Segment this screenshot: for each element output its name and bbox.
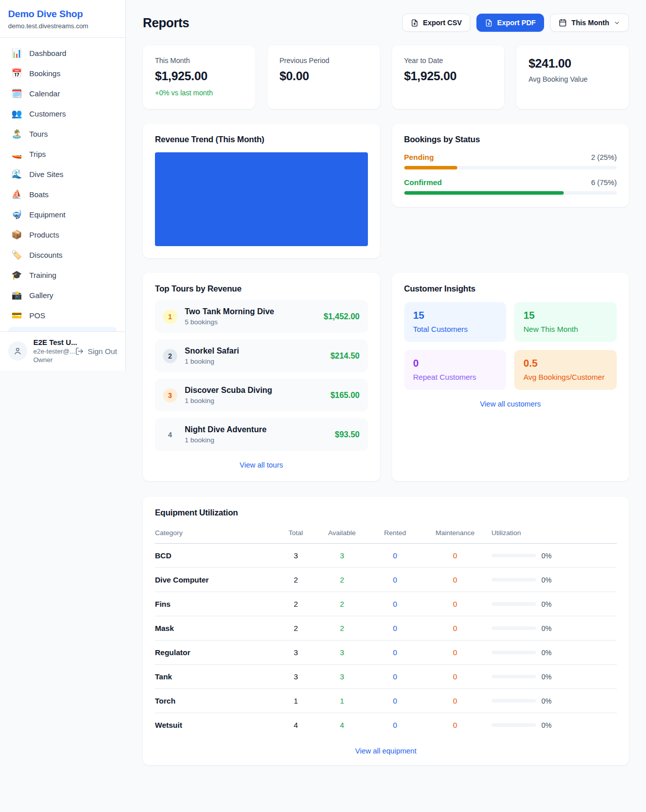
utilization-pct: 0% xyxy=(542,624,552,632)
stat-value: $0.00 xyxy=(280,69,368,83)
calendar-icon xyxy=(559,19,567,27)
cell-total: 1 xyxy=(275,689,316,713)
sidebar-item-pos[interactable]: 💳 POS xyxy=(4,307,121,324)
brand-name[interactable]: Demo Dive Shop xyxy=(8,9,117,20)
sidebar-item-label: Dashboard xyxy=(29,49,66,57)
page-title: Reports xyxy=(143,16,189,30)
top-tours-card: Top Tours by Revenue 1 Two Tank Morning … xyxy=(143,273,380,481)
progress-fill-confirmed xyxy=(404,191,564,195)
tour-row: 1 Two Tank Morning Dive 5 bookings $1,45… xyxy=(155,300,368,333)
user-email: e2e-tester@... xyxy=(33,347,69,355)
view-all-customers-link[interactable]: View all customers xyxy=(404,400,617,408)
cell-maintenance: 0 xyxy=(423,713,488,737)
sidebar-item-trips[interactable]: 🚤 Trips xyxy=(4,145,121,163)
sidebar-item-gallery[interactable]: 📸 Gallery xyxy=(4,286,121,304)
export-csv-label: Export CSV xyxy=(423,19,462,27)
period-dropdown[interactable]: This Month xyxy=(550,14,629,32)
tour-bookings: 1 booking xyxy=(185,436,328,444)
tile-label: Avg Bookings/Customer xyxy=(523,373,608,381)
sidebar-item-bookings[interactable]: 📅 Bookings xyxy=(4,65,121,82)
column-header-available: Available xyxy=(316,524,367,544)
sidebar-item-dive-sites[interactable]: 🌊 Dive Sites xyxy=(4,165,121,183)
bookings-by-status-card: Bookings by Status Pending 2 (25%) Confi… xyxy=(392,124,629,207)
cell-rented: 0 xyxy=(367,568,423,592)
brand: Demo Dive Shop demo.test.divestreams.com xyxy=(0,0,125,38)
sidebar-item-tours[interactable]: 🏝️ Tours xyxy=(4,125,121,143)
sidebar-item-discounts[interactable]: 🏷️ Discounts xyxy=(4,246,121,264)
user-meta: E2E Test U... e2e-tester@... Owner xyxy=(33,338,69,364)
sidebar-item-label: Equipment xyxy=(29,210,66,219)
cell-total: 3 xyxy=(275,665,316,689)
cell-available: 3 xyxy=(316,665,367,689)
revenue-trend-card: Revenue Trend (This Month) xyxy=(143,124,380,258)
cell-total: 2 xyxy=(275,568,316,592)
view-all-tours-link[interactable]: View all tours xyxy=(155,461,368,469)
column-header-rented: Rented xyxy=(367,524,423,544)
sidebar-item-label: Products xyxy=(29,230,59,239)
equipment-utilization-title: Equipment Utilization xyxy=(155,508,617,517)
cell-maintenance: 0 xyxy=(423,544,488,568)
table-row: Mask 2 2 0 0 0% xyxy=(155,616,617,641)
sidebar-item-label: Trips xyxy=(29,150,46,158)
sidebar-item-label: POS xyxy=(29,311,45,320)
cell-category: Wetsuit xyxy=(155,713,275,737)
tour-bookings: 5 bookings xyxy=(185,318,316,326)
progress-track xyxy=(404,166,617,169)
status-label-pending: Pending xyxy=(404,153,434,161)
sidebar-item-boats[interactable]: ⛵ Boats xyxy=(4,186,121,203)
tour-revenue: $93.50 xyxy=(335,430,360,439)
sailboat-icon: ⛵ xyxy=(11,190,22,199)
cell-total: 2 xyxy=(275,592,316,616)
file-download-icon xyxy=(485,19,493,27)
customer-insights-card: Customer Insights 15 Total Customers 15 … xyxy=(392,273,629,481)
column-header-maintenance: Maintenance xyxy=(423,524,488,544)
camera-icon: 📸 xyxy=(11,291,22,300)
table-row: BCD 3 3 0 0 0% xyxy=(155,544,617,568)
export-csv-button[interactable]: Export CSV xyxy=(402,14,470,32)
cell-category: Mask xyxy=(155,616,275,641)
table-row: Torch 1 1 0 0 0% xyxy=(155,689,617,713)
chevron-down-icon xyxy=(614,20,620,26)
sidebar-item-customers[interactable]: 👥 Customers xyxy=(4,105,121,123)
sidebar-item-label: Discounts xyxy=(29,251,63,259)
utilization-bar xyxy=(492,626,536,630)
cell-maintenance: 0 xyxy=(423,568,488,592)
cell-rented: 0 xyxy=(367,592,423,616)
tile-repeat-customers: 0 Repeat Customers xyxy=(404,350,507,390)
bookings-calendar-icon: 📅 xyxy=(11,69,22,78)
rank-badge: 3 xyxy=(163,388,177,402)
credit-card-icon: 💳 xyxy=(11,311,22,320)
sidebar-item-calendar[interactable]: 🗓️ Calendar xyxy=(4,85,121,102)
sidebar-item-equipment[interactable]: 🤿 Equipment xyxy=(4,206,121,223)
bookings-by-status-title: Bookings by Status xyxy=(404,135,617,144)
utilization-pct: 0% xyxy=(542,673,552,681)
utilization-pct: 0% xyxy=(542,576,552,584)
tour-name: Two Tank Morning Dive xyxy=(185,307,316,316)
utilization-bar xyxy=(492,554,536,557)
calendar-icon: 🗓️ xyxy=(11,89,22,98)
status-label-confirmed: Confirmed xyxy=(404,178,442,187)
main-content: Reports Export CSV Export PDF xyxy=(126,0,646,787)
stat-card-year-to-date: Year to Date $1,925.00 xyxy=(392,45,505,109)
tile-label: New This Month xyxy=(523,325,608,333)
sidebar-item-products[interactable]: 📦 Products xyxy=(4,226,121,244)
sign-out-button[interactable]: Sign Out xyxy=(75,347,117,356)
graduation-cap-icon: 🎓 xyxy=(11,271,22,279)
cell-total: 4 xyxy=(275,713,316,737)
cell-maintenance: 0 xyxy=(423,689,488,713)
tour-revenue: $165.00 xyxy=(331,391,360,400)
sidebar-item-reports-active-partial[interactable] xyxy=(8,327,117,331)
table-row: Dive Computer 2 2 0 0 0% xyxy=(155,568,617,592)
sidebar-item-dashboard[interactable]: 📊 Dashboard xyxy=(4,44,121,62)
utilization-bar xyxy=(492,675,536,678)
cell-available: 2 xyxy=(316,616,367,641)
view-all-equipment-link[interactable]: View all equipment xyxy=(155,747,617,755)
tour-name: Snorkel Safari xyxy=(185,346,323,356)
tile-value: 15 xyxy=(413,310,498,321)
sidebar-item-training[interactable]: 🎓 Training xyxy=(4,266,121,284)
status-count-pending: 2 (25%) xyxy=(591,153,617,161)
export-pdf-button[interactable]: Export PDF xyxy=(476,14,544,32)
cell-total: 3 xyxy=(275,641,316,665)
cell-rented: 0 xyxy=(367,544,423,568)
cell-available: 4 xyxy=(316,713,367,737)
